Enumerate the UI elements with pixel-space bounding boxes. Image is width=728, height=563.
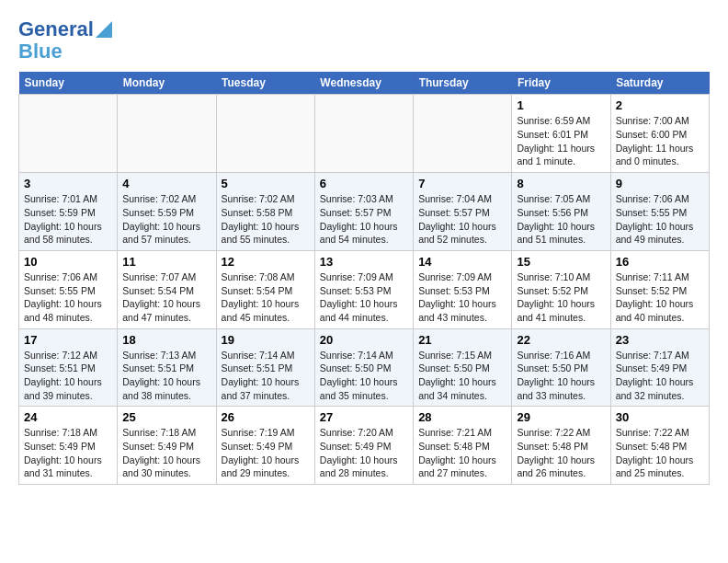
calendar-cell: 1Sunrise: 6:59 AM Sunset: 6:01 PM Daylig… xyxy=(512,95,610,173)
calendar-cell: 2Sunrise: 7:00 AM Sunset: 6:00 PM Daylig… xyxy=(610,95,709,173)
calendar-cell: 11Sunrise: 7:07 AM Sunset: 5:54 PM Dayli… xyxy=(118,250,216,328)
day-info: Sunrise: 7:06 AM Sunset: 5:55 PM Dayligh… xyxy=(616,192,704,247)
calendar-cell xyxy=(414,95,512,173)
day-info: Sunrise: 7:13 AM Sunset: 5:51 PM Dayligh… xyxy=(122,349,210,403)
week-row-2: 3Sunrise: 7:01 AM Sunset: 5:59 PM Daylig… xyxy=(19,173,710,251)
day-info: Sunrise: 7:05 AM Sunset: 5:56 PM Dayligh… xyxy=(517,192,605,247)
calendar-cell: 5Sunrise: 7:02 AM Sunset: 5:58 PM Daylig… xyxy=(216,173,314,251)
day-number: 18 xyxy=(122,333,210,347)
calendar-cell: 17Sunrise: 7:12 AM Sunset: 5:51 PM Dayli… xyxy=(19,328,118,407)
calendar-cell: 19Sunrise: 7:14 AM Sunset: 5:51 PM Dayli… xyxy=(216,328,314,407)
day-info: Sunrise: 7:17 AM Sunset: 5:49 PM Dayligh… xyxy=(616,349,704,403)
calendar-cell: 14Sunrise: 7:09 AM Sunset: 5:53 PM Dayli… xyxy=(414,250,512,328)
calendar-cell xyxy=(216,95,314,173)
calendar-cell: 26Sunrise: 7:19 AM Sunset: 5:49 PM Dayli… xyxy=(216,407,314,485)
calendar-cell: 24Sunrise: 7:18 AM Sunset: 5:49 PM Dayli… xyxy=(19,407,118,485)
day-info: Sunrise: 7:19 AM Sunset: 5:49 PM Dayligh… xyxy=(222,426,310,480)
day-number: 29 xyxy=(517,410,605,424)
calendar-cell: 29Sunrise: 7:22 AM Sunset: 5:48 PM Dayli… xyxy=(512,407,610,485)
day-number: 24 xyxy=(24,410,112,424)
calendar-cell: 21Sunrise: 7:15 AM Sunset: 5:50 PM Dayli… xyxy=(414,328,512,407)
col-header-thursday: Thursday xyxy=(414,72,512,95)
day-number: 3 xyxy=(24,177,112,190)
day-number: 25 xyxy=(122,410,210,424)
day-info: Sunrise: 7:18 AM Sunset: 5:49 PM Dayligh… xyxy=(122,426,210,480)
calendar-cell: 20Sunrise: 7:14 AM Sunset: 5:50 PM Dayli… xyxy=(314,328,413,407)
day-info: Sunrise: 7:01 AM Sunset: 5:59 PM Dayligh… xyxy=(24,192,112,247)
day-info: Sunrise: 7:14 AM Sunset: 5:50 PM Dayligh… xyxy=(320,349,408,403)
calendar-cell: 7Sunrise: 7:04 AM Sunset: 5:57 PM Daylig… xyxy=(414,173,512,251)
week-row-3: 10Sunrise: 7:06 AM Sunset: 5:55 PM Dayli… xyxy=(19,250,710,328)
day-number: 14 xyxy=(418,255,506,269)
day-number: 28 xyxy=(418,410,506,424)
day-info: Sunrise: 7:04 AM Sunset: 5:57 PM Dayligh… xyxy=(418,192,506,247)
col-header-sunday: Sunday xyxy=(19,72,118,95)
day-number: 23 xyxy=(616,333,704,347)
day-number: 11 xyxy=(122,255,210,269)
calendar-cell: 13Sunrise: 7:09 AM Sunset: 5:53 PM Dayli… xyxy=(314,250,413,328)
calendar-cell: 23Sunrise: 7:17 AM Sunset: 5:49 PM Dayli… xyxy=(610,328,709,407)
day-number: 26 xyxy=(222,410,310,424)
calendar-cell: 6Sunrise: 7:03 AM Sunset: 5:57 PM Daylig… xyxy=(314,173,413,251)
calendar-table: SundayMondayTuesdayWednesdayThursdayFrid… xyxy=(18,72,710,485)
day-info: Sunrise: 7:06 AM Sunset: 5:55 PM Dayligh… xyxy=(24,270,112,325)
day-info: Sunrise: 7:14 AM Sunset: 5:51 PM Dayligh… xyxy=(222,349,310,403)
day-number: 8 xyxy=(517,177,605,190)
day-number: 5 xyxy=(222,177,310,190)
day-number: 19 xyxy=(222,333,310,347)
day-number: 7 xyxy=(418,177,506,190)
day-info: Sunrise: 7:12 AM Sunset: 5:51 PM Dayligh… xyxy=(24,349,112,403)
calendar-cell xyxy=(19,95,118,173)
calendar-cell: 27Sunrise: 7:20 AM Sunset: 5:49 PM Dayli… xyxy=(314,407,413,485)
day-info: Sunrise: 7:15 AM Sunset: 5:50 PM Dayligh… xyxy=(418,349,506,403)
day-info: Sunrise: 7:22 AM Sunset: 5:48 PM Dayligh… xyxy=(616,426,704,480)
day-info: Sunrise: 7:08 AM Sunset: 5:54 PM Dayligh… xyxy=(222,270,310,325)
day-info: Sunrise: 7:18 AM Sunset: 5:49 PM Dayligh… xyxy=(24,426,112,480)
page-header: General Blue xyxy=(18,18,710,63)
week-row-1: 1Sunrise: 6:59 AM Sunset: 6:01 PM Daylig… xyxy=(19,95,710,173)
calendar-header-row: SundayMondayTuesdayWednesdayThursdayFrid… xyxy=(19,72,710,95)
calendar-cell: 4Sunrise: 7:02 AM Sunset: 5:59 PM Daylig… xyxy=(118,173,216,251)
calendar-cell: 8Sunrise: 7:05 AM Sunset: 5:56 PM Daylig… xyxy=(512,173,610,251)
calendar-cell: 9Sunrise: 7:06 AM Sunset: 5:55 PM Daylig… xyxy=(610,173,709,251)
day-info: Sunrise: 7:10 AM Sunset: 5:52 PM Dayligh… xyxy=(517,270,605,325)
logo: General Blue xyxy=(18,18,112,63)
logo-triangle-icon xyxy=(96,21,112,38)
calendar-cell: 30Sunrise: 7:22 AM Sunset: 5:48 PM Dayli… xyxy=(610,407,709,485)
logo-blue: Blue xyxy=(18,40,63,63)
day-number: 4 xyxy=(122,177,210,190)
day-number: 1 xyxy=(517,98,605,112)
calendar-cell: 12Sunrise: 7:08 AM Sunset: 5:54 PM Dayli… xyxy=(216,250,314,328)
day-number: 17 xyxy=(24,333,112,347)
logo-general: General xyxy=(18,18,94,40)
calendar-cell: 18Sunrise: 7:13 AM Sunset: 5:51 PM Dayli… xyxy=(118,328,216,407)
calendar-cell xyxy=(118,95,216,173)
calendar-cell: 25Sunrise: 7:18 AM Sunset: 5:49 PM Dayli… xyxy=(118,407,216,485)
day-info: Sunrise: 7:00 AM Sunset: 6:00 PM Dayligh… xyxy=(616,114,704,168)
day-number: 10 xyxy=(24,255,112,269)
day-number: 30 xyxy=(616,410,704,424)
day-info: Sunrise: 7:09 AM Sunset: 5:53 PM Dayligh… xyxy=(418,270,506,325)
day-number: 22 xyxy=(517,333,605,347)
day-info: Sunrise: 7:02 AM Sunset: 5:58 PM Dayligh… xyxy=(222,192,310,247)
day-number: 12 xyxy=(222,255,310,269)
col-header-wednesday: Wednesday xyxy=(314,72,413,95)
day-number: 13 xyxy=(320,255,408,269)
col-header-monday: Monday xyxy=(118,72,216,95)
day-info: Sunrise: 7:21 AM Sunset: 5:48 PM Dayligh… xyxy=(418,426,506,480)
calendar-cell: 22Sunrise: 7:16 AM Sunset: 5:50 PM Dayli… xyxy=(512,328,610,407)
calendar-cell: 28Sunrise: 7:21 AM Sunset: 5:48 PM Dayli… xyxy=(414,407,512,485)
day-number: 15 xyxy=(517,255,605,269)
day-info: Sunrise: 7:20 AM Sunset: 5:49 PM Dayligh… xyxy=(320,426,408,480)
day-number: 9 xyxy=(616,177,704,190)
calendar-cell: 10Sunrise: 7:06 AM Sunset: 5:55 PM Dayli… xyxy=(19,250,118,328)
day-info: Sunrise: 7:16 AM Sunset: 5:50 PM Dayligh… xyxy=(517,349,605,403)
calendar-cell xyxy=(314,95,413,173)
calendar-cell: 15Sunrise: 7:10 AM Sunset: 5:52 PM Dayli… xyxy=(512,250,610,328)
day-number: 16 xyxy=(616,255,704,269)
day-info: Sunrise: 7:03 AM Sunset: 5:57 PM Dayligh… xyxy=(320,192,408,247)
col-header-friday: Friday xyxy=(512,72,610,95)
day-info: Sunrise: 7:11 AM Sunset: 5:52 PM Dayligh… xyxy=(616,270,704,325)
col-header-saturday: Saturday xyxy=(610,72,709,95)
calendar-cell: 16Sunrise: 7:11 AM Sunset: 5:52 PM Dayli… xyxy=(610,250,709,328)
